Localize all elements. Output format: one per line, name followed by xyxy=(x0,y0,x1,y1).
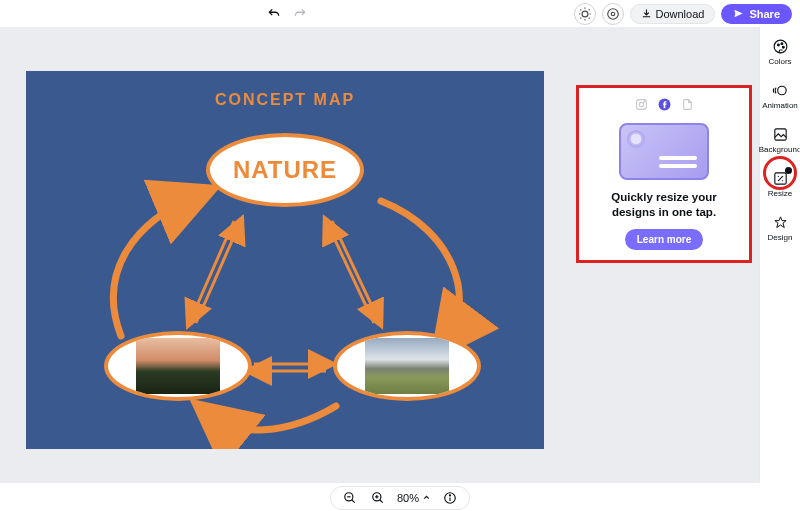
svg-point-1 xyxy=(607,8,618,19)
undo-icon[interactable] xyxy=(264,4,284,24)
share-label: Share xyxy=(749,8,780,20)
concept-map-arrows xyxy=(26,71,544,449)
svg-rect-18 xyxy=(774,128,785,139)
rail-background-label: Background xyxy=(759,145,800,154)
concept-node-center[interactable]: NATURE xyxy=(206,133,364,207)
rail-resize-label: Resize xyxy=(768,189,792,198)
svg-point-29 xyxy=(449,494,450,495)
concept-node-left[interactable] xyxy=(104,331,252,401)
rail-background[interactable]: Background xyxy=(760,125,801,154)
svg-point-17 xyxy=(777,86,786,95)
design-canvas[interactable]: CONCEPT MAP NATURE xyxy=(26,71,544,449)
zoom-out-icon[interactable] xyxy=(341,489,359,507)
zoom-in-icon[interactable] xyxy=(369,489,387,507)
rail-colors[interactable]: Colors xyxy=(760,37,801,66)
help-icon[interactable] xyxy=(574,3,596,25)
concept-map-title: CONCEPT MAP xyxy=(26,91,544,109)
editor-main: CONCEPT MAP NATURE xyxy=(0,27,800,483)
svg-point-15 xyxy=(780,42,782,44)
learn-more-button[interactable]: Learn more xyxy=(625,229,703,250)
file-icon[interactable] xyxy=(681,98,694,111)
svg-point-13 xyxy=(774,40,787,53)
preview-icon[interactable] xyxy=(602,3,624,25)
svg-point-16 xyxy=(782,46,784,48)
chevron-up-icon xyxy=(422,493,431,502)
resize-promo-message: Quickly resize your designs in one tap. xyxy=(591,190,737,219)
resize-badge xyxy=(785,167,792,174)
rail-design-label: Design xyxy=(768,233,793,242)
svg-line-5 xyxy=(332,221,378,319)
instagram-icon[interactable] xyxy=(635,98,648,111)
concept-node-left-image xyxy=(136,338,220,394)
zoom-level-value: 80% xyxy=(397,492,419,504)
svg-line-24 xyxy=(380,499,383,502)
rail-animation[interactable]: Animation xyxy=(760,81,801,110)
svg-line-6 xyxy=(328,225,374,323)
rail-colors-label: Colors xyxy=(768,57,791,66)
right-rail: Colors Animation Background Resize Desig… xyxy=(759,27,800,483)
facebook-icon[interactable] xyxy=(658,98,671,111)
svg-line-21 xyxy=(352,499,355,502)
bottom-toolbar: 80% xyxy=(0,483,800,511)
svg-point-2 xyxy=(611,12,615,16)
rail-animation-label: Animation xyxy=(762,101,798,110)
concept-node-right[interactable] xyxy=(333,331,481,401)
svg-point-11 xyxy=(643,101,644,102)
concept-node-right-image xyxy=(365,338,449,394)
svg-line-4 xyxy=(196,225,239,323)
concept-node-center-label: NATURE xyxy=(233,156,337,184)
rail-resize[interactable]: Resize xyxy=(760,169,801,198)
card-illustration xyxy=(619,123,709,180)
top-toolbar: Download Share xyxy=(0,0,800,27)
social-targets xyxy=(635,98,694,111)
download-button[interactable]: Download xyxy=(630,4,716,24)
share-button[interactable]: Share xyxy=(721,4,792,24)
svg-line-3 xyxy=(191,221,234,319)
zoom-level[interactable]: 80% xyxy=(397,492,431,504)
info-icon[interactable] xyxy=(441,489,459,507)
svg-point-0 xyxy=(582,11,588,17)
redo-icon[interactable] xyxy=(290,4,310,24)
download-label: Download xyxy=(656,8,705,20)
rail-design[interactable]: Design xyxy=(760,213,801,242)
svg-point-10 xyxy=(639,102,643,106)
svg-point-14 xyxy=(777,44,779,46)
resize-promo-panel: Quickly resize your designs in one tap. … xyxy=(576,85,752,263)
